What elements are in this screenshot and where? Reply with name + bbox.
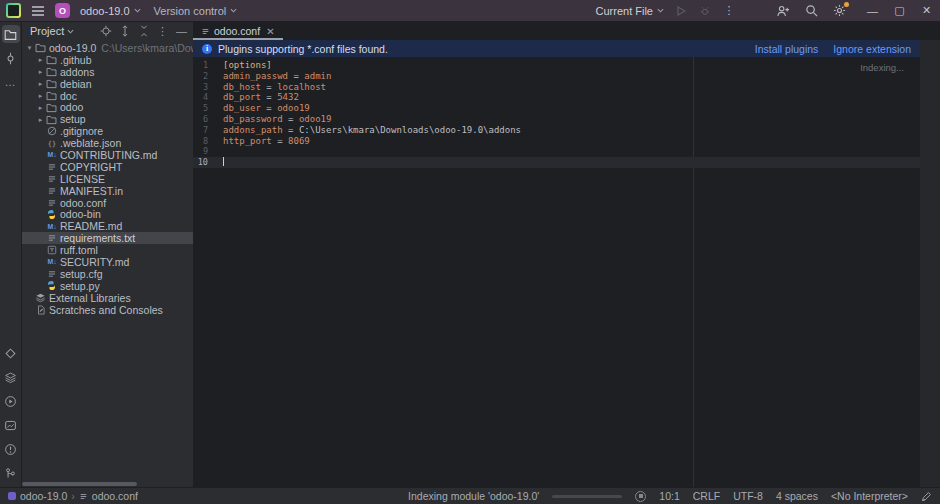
tree-item-setup[interactable]: ▸setup bbox=[22, 113, 193, 125]
editor-scrollbar[interactable] bbox=[920, 40, 940, 487]
code-line-2[interactable]: 2admin_passwd = admin bbox=[193, 71, 920, 82]
select-opened-file-icon[interactable] bbox=[99, 25, 112, 38]
chevron-down-icon[interactable]: ▾ bbox=[25, 44, 34, 51]
tree-item-odoo[interactable]: ▸odoo bbox=[22, 101, 193, 113]
text-icon bbox=[45, 162, 58, 172]
main-menu-icon[interactable] bbox=[28, 1, 48, 21]
breadcrumb-project[interactable]: odoo-19.0 bbox=[20, 490, 67, 502]
line-ending-widget[interactable]: CRLF bbox=[693, 490, 720, 502]
tree-item-odoo.conf[interactable]: odoo.conf bbox=[22, 197, 193, 209]
run-icon[interactable] bbox=[671, 1, 691, 21]
tree-item-setup.cfg[interactable]: setup.cfg bbox=[22, 268, 193, 280]
project-selector[interactable]: odoo-19.0 bbox=[77, 3, 144, 19]
search-icon[interactable] bbox=[801, 1, 821, 21]
tree-item-.gitignore[interactable]: .gitignore bbox=[22, 125, 193, 137]
tree-item-COPYRIGHT[interactable]: COPYRIGHT bbox=[22, 161, 193, 173]
code-line-4[interactable]: 4db_port = 5432 bbox=[193, 92, 920, 103]
project-tool-icon[interactable] bbox=[2, 25, 20, 43]
code-line-8[interactable]: 8http_port = 8069 bbox=[193, 136, 920, 147]
tab-odoo-conf[interactable]: odoo.conf ✕ bbox=[193, 22, 283, 40]
tree-item-ruff.toml[interactable]: ruff.toml bbox=[22, 244, 193, 256]
structure-icon[interactable] bbox=[2, 344, 20, 362]
svg-text:M↓: M↓ bbox=[47, 259, 56, 266]
minimize-icon[interactable]: — bbox=[859, 0, 886, 22]
run-config-selector[interactable]: Current File bbox=[593, 3, 667, 19]
tree-item-requirements.txt[interactable]: requirements.txt bbox=[22, 232, 193, 244]
project-tree-scrollbar[interactable] bbox=[22, 482, 137, 486]
encoding-widget[interactable]: UTF-8 bbox=[733, 490, 763, 502]
code-line-1[interactable]: 1[options] bbox=[193, 60, 920, 71]
code-line-10[interactable]: 10 bbox=[193, 157, 920, 168]
tree-item-label: doc bbox=[60, 90, 77, 102]
tree-item-label: External Libraries bbox=[49, 292, 131, 304]
chevron-right-icon[interactable]: ▸ bbox=[36, 116, 45, 123]
install-plugins-link[interactable]: Install plugins bbox=[755, 43, 819, 55]
close-icon[interactable]: ✕ bbox=[913, 0, 940, 22]
writable-pen-icon[interactable] bbox=[921, 491, 932, 502]
expand-all-icon[interactable] bbox=[118, 25, 131, 38]
interpreter-widget[interactable]: <No Interpreter> bbox=[831, 490, 908, 502]
code-with-me-icon[interactable] bbox=[773, 1, 793, 21]
python-packages-icon[interactable] bbox=[2, 368, 20, 386]
tree-item-README.md[interactable]: M↓README.md bbox=[22, 220, 193, 232]
tree-item-SECURITY.md[interactable]: M↓SECURITY.md bbox=[22, 256, 193, 268]
chevron-right-icon[interactable]: ▸ bbox=[36, 56, 45, 63]
code-line-9[interactable]: 9 bbox=[193, 146, 920, 157]
tree-item-path: C:\Users\kmara\Downloads\odoo-19.0 bbox=[101, 42, 193, 54]
tree-item-External Libraries[interactable]: External Libraries bbox=[22, 292, 193, 304]
tree-item-Scratches and Consoles[interactable]: Scratches and Consoles bbox=[22, 304, 193, 316]
collapse-all-icon[interactable] bbox=[137, 25, 150, 38]
tree-item-addons[interactable]: ▸addons bbox=[22, 66, 193, 78]
chevron-right-icon[interactable]: ▸ bbox=[36, 104, 45, 111]
code-text bbox=[223, 157, 920, 168]
tree-item-odoo-bin[interactable]: odoo-bin bbox=[22, 208, 193, 220]
more-tool-windows-icon[interactable]: … bbox=[2, 73, 20, 91]
commit-tool-icon[interactable] bbox=[2, 49, 20, 67]
code-line-7[interactable]: 7addons_path = C:\Users\kmara\Downloads\… bbox=[193, 125, 920, 136]
breadcrumb: odoo-19.0 › odoo.conf bbox=[8, 490, 138, 502]
notifications-icon[interactable] bbox=[2, 416, 20, 434]
tree-item-odoo-19.0[interactable]: ▾odoo-19.0C:\Users\kmara\Downloads\odoo-… bbox=[22, 42, 193, 54]
window-controls: — ▢ ✕ bbox=[859, 0, 940, 22]
version-control-icon[interactable] bbox=[2, 464, 20, 482]
tree-item-setup.py[interactable]: setup.py bbox=[22, 280, 193, 292]
tree-item-.weblate.json[interactable]: {}.weblate.json bbox=[22, 137, 193, 149]
chevron-right-icon[interactable]: ▸ bbox=[36, 80, 45, 87]
title-bar: O odoo-19.0 Version control Current File… bbox=[0, 0, 940, 22]
pause-indexing-icon[interactable] bbox=[635, 491, 646, 502]
more-actions-icon[interactable]: ⋮ bbox=[719, 1, 739, 21]
tree-item-CONTRIBUTING.md[interactable]: M↓CONTRIBUTING.md bbox=[22, 149, 193, 161]
tree-item-debian[interactable]: ▸debian bbox=[22, 78, 193, 90]
tree-item-LICENSE[interactable]: LICENSE bbox=[22, 173, 193, 185]
panel-options-icon[interactable]: ⋮ bbox=[156, 25, 169, 38]
folder-icon bbox=[45, 54, 58, 65]
indent-widget[interactable]: 4 spaces bbox=[776, 490, 818, 502]
tab-close-icon[interactable]: ✕ bbox=[266, 26, 274, 37]
ignore-extension-link[interactable]: Ignore extension bbox=[833, 43, 911, 55]
settings-gear-icon[interactable] bbox=[829, 1, 849, 21]
hide-panel-icon[interactable]: — bbox=[175, 25, 188, 38]
project-badge[interactable]: O bbox=[55, 3, 70, 18]
chevron-right-icon[interactable]: ▸ bbox=[36, 92, 45, 99]
code-text: db_password = odoo19 bbox=[223, 114, 920, 125]
tree-item-label: Scratches and Consoles bbox=[49, 304, 163, 316]
code-line-5[interactable]: 5db_user = odoo19 bbox=[193, 103, 920, 114]
tree-item-doc[interactable]: ▸doc bbox=[22, 90, 193, 102]
vcs-widget[interactable]: Version control bbox=[151, 3, 241, 19]
code-line-3[interactable]: 3db_host = localhost bbox=[193, 82, 920, 93]
breadcrumb-file[interactable]: odoo.conf bbox=[92, 490, 138, 502]
tree-item-MANIFEST.in[interactable]: MANIFEST.in bbox=[22, 185, 193, 197]
problems-icon[interactable] bbox=[2, 440, 20, 458]
tree-item-.github[interactable]: ▸.github bbox=[22, 54, 193, 66]
project-panel-title-button[interactable]: Project bbox=[30, 25, 74, 37]
run-config-label: Current File bbox=[596, 5, 653, 17]
maximize-icon[interactable]: ▢ bbox=[886, 0, 913, 22]
tree-item-label: CONTRIBUTING.md bbox=[60, 149, 157, 161]
debug-icon[interactable] bbox=[695, 1, 715, 21]
caret-position-widget[interactable]: 10:1 bbox=[659, 490, 679, 502]
code-editor[interactable]: Indexing... 1[options]2admin_passwd = ad… bbox=[193, 57, 920, 487]
python-console-icon[interactable] bbox=[2, 392, 20, 410]
chevron-right-icon[interactable]: ▸ bbox=[36, 68, 45, 75]
code-line-6[interactable]: 6db_password = odoo19 bbox=[193, 114, 920, 125]
code-text: db_port = 5432 bbox=[223, 92, 920, 103]
